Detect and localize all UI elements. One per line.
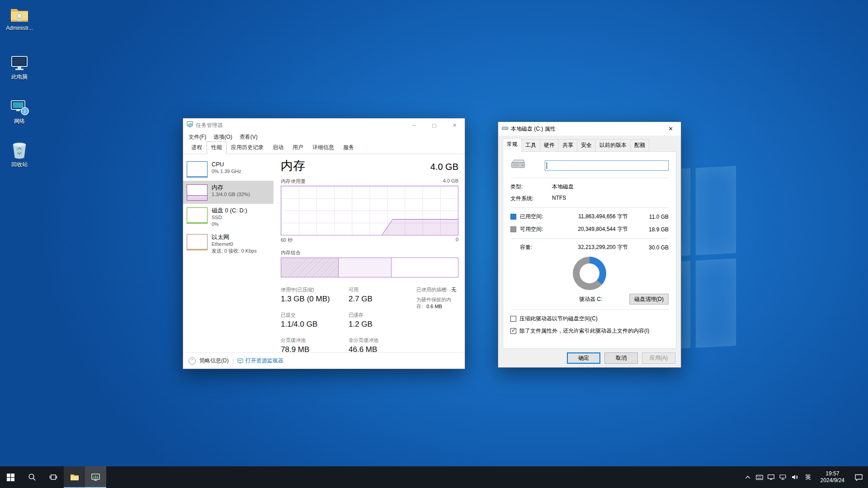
taskbar: 英 19:57 2024/9/24: [0, 466, 868, 488]
desktop-icon-label: 回收站: [11, 161, 28, 169]
task-manager-footer: ⌃ 简略信息(D) | 打开资源监视器: [183, 352, 465, 369]
divider: [510, 178, 669, 178]
composition-in-use-segment: [281, 258, 339, 277]
tab-security[interactable]: 安全: [577, 139, 596, 152]
general-tab-page: 类型: 本地磁盘 文件系统: NTFS 已用空间: 11,863,494,656…: [503, 151, 676, 349]
maximize-button[interactable]: ▢: [424, 118, 444, 132]
stat-cached: 已缓存 1.2 GB: [349, 312, 416, 329]
minimize-button[interactable]: ─: [404, 118, 424, 132]
display-status-button[interactable]: [765, 466, 777, 488]
tab-hardware[interactable]: 硬件: [540, 139, 559, 152]
task-view-button[interactable]: [42, 466, 64, 488]
dialog-close-button[interactable]: ✕: [660, 122, 681, 136]
volume-label-input[interactable]: [545, 160, 669, 171]
stat-paged-pool: 分页缓冲池 78.9 MB: [281, 337, 349, 354]
memory-hardware-stats: 已使用的插槽:无 为硬件保留的内存:0.6 MB: [416, 286, 458, 313]
sidebar-item-sub: 0%: [212, 221, 247, 227]
ethernet-icon: [779, 474, 786, 480]
index-checkbox[interactable]: [510, 328, 516, 334]
network-status-button[interactable]: [777, 466, 789, 488]
menu-file[interactable]: 文件(F): [185, 132, 210, 142]
clock-time: 19:57: [821, 470, 844, 477]
close-button[interactable]: ✕: [444, 118, 465, 132]
tm-tab-services[interactable]: 服务: [339, 141, 359, 154]
type-row: 类型: 本地磁盘: [510, 183, 669, 191]
task-manager-app-icon: [187, 121, 193, 129]
sidebar-item-memory[interactable]: 内存 1.3/4.0 GB (32%): [183, 181, 274, 204]
search-button[interactable]: [21, 466, 42, 488]
file-explorer-button[interactable]: [64, 466, 85, 488]
desktop-icon-recycle-bin[interactable]: 回收站: [2, 140, 37, 171]
tm-tab-app-history[interactable]: 应用历史记录: [226, 141, 268, 154]
drive-row: 驱动器 C: 磁盘清理(D): [510, 294, 669, 305]
touch-keyboard-icon: [756, 475, 763, 480]
drive-icon: [510, 158, 526, 173]
touch-keyboard-button[interactable]: [754, 466, 765, 488]
clock[interactable]: 19:57 2024/9/24: [816, 470, 849, 484]
tab-quota[interactable]: 配额: [630, 139, 649, 152]
capacity-row: 容量: 32,213,299,200 字节 30.0 GB: [510, 244, 669, 251]
composition-standby-segment: [339, 258, 392, 277]
tab-previous-versions[interactable]: 以前的版本: [595, 139, 631, 152]
sidebar-item-cpu[interactable]: CPU 0% 1.39 GHz: [183, 158, 274, 181]
performance-sidebar: CPU 0% 1.39 GHz 内存 1.3/4.0 GB (32%) 磁盘 0…: [183, 154, 274, 369]
tab-tools[interactable]: 工具: [521, 139, 540, 152]
action-center-button[interactable]: [849, 466, 868, 488]
memory-composition-bar: [281, 258, 458, 277]
close-icon: ✕: [453, 122, 457, 128]
stat-nonpaged-pool: 非分页缓冲池 46.6 MB: [349, 337, 416, 354]
menu-options[interactable]: 选项(O): [210, 132, 236, 142]
disk-usage-donut-chart: [573, 257, 606, 290]
maximize-icon: ▢: [432, 122, 436, 128]
tm-tab-details[interactable]: 详细信息: [308, 141, 339, 154]
apply-button[interactable]: 应用(A): [642, 352, 675, 364]
divider: [510, 238, 669, 239]
time-axis-end: 0: [456, 237, 458, 244]
stat-in-use: 使用中(已压缩) 1.3 GB (0 MB): [281, 286, 349, 304]
index-contents-option[interactable]: 除了文件属性外，还允许索引此驱动器上文件的内容(I): [510, 327, 669, 335]
dialog-titlebar[interactable]: 本地磁盘 (C:) 属性 ✕: [498, 122, 681, 136]
task-manager-menubar: 文件(F) 选项(O) 查看(V): [183, 132, 465, 142]
memory-detail-panel: 内存 4.0 GB 内存使用量 4.0 GB 60 秒 0 内存组合: [274, 154, 465, 369]
window-title: 任务管理器: [196, 122, 223, 129]
desktop-icon-network[interactable]: 网络: [2, 96, 37, 128]
disk-cleanup-button[interactable]: 磁盘清理(D): [629, 294, 669, 305]
compress-checkbox[interactable]: [510, 316, 516, 322]
text-caret: [547, 162, 547, 169]
compress-drive-option[interactable]: 压缩此驱动器以节约磁盘空间(C): [510, 315, 669, 323]
tm-tab-startup[interactable]: 启动: [268, 141, 288, 154]
free-space-swatch: [510, 226, 516, 232]
hidden-icons-button[interactable]: [742, 466, 754, 488]
start-button[interactable]: [0, 466, 21, 488]
checkbox-label: 除了文件属性外，还允许索引此驱动器上文件的内容(I): [519, 327, 649, 335]
sidebar-item-ethernet[interactable]: 以太网 Ethernet0 发送: 0 接收: 0 Kbps: [183, 230, 274, 257]
task-manager-titlebar[interactable]: 任务管理器 ─ ▢ ✕: [183, 118, 465, 132]
footer-divider: |: [232, 358, 234, 364]
resource-monitor-icon: [237, 358, 243, 364]
task-manager-window: 任务管理器 ─ ▢ ✕ 文件(F) 选项(O) 查看(V) 进程 性能 应用历史…: [183, 118, 465, 369]
desktop-icon-administrator[interactable]: Administr...: [2, 4, 37, 34]
desktop-icon-this-pc[interactable]: 此电脑: [2, 52, 37, 84]
divider: [510, 207, 669, 208]
task-manager-taskbar-button[interactable]: [85, 466, 106, 488]
tab-sharing[interactable]: 共享: [558, 139, 577, 152]
chevron-up-icon: [745, 475, 750, 479]
fewer-details-toggle[interactable]: 简略信息(D): [199, 357, 229, 365]
tm-tab-performance[interactable]: 性能: [207, 141, 226, 154]
dialog-title: 本地磁盘 (C:) 属性: [511, 125, 556, 133]
tm-tab-users[interactable]: 用户: [288, 141, 308, 154]
ime-language-indicator[interactable]: 英: [801, 473, 816, 481]
open-resource-monitor-link[interactable]: 打开资源监视器: [237, 357, 283, 365]
menu-view[interactable]: 查看(V): [236, 132, 261, 142]
sidebar-item-sub: SSD: [212, 215, 247, 221]
sidebar-item-disk[interactable]: 磁盘 0 (C: D:) SSD 0%: [183, 204, 274, 230]
sidebar-item-title: 磁盘 0 (C: D:): [212, 207, 247, 214]
chevron-up-icon: ⌃: [189, 357, 196, 365]
tm-tab-processes[interactable]: 进程: [187, 141, 207, 154]
cancel-button[interactable]: 取消: [604, 352, 638, 364]
volume-button[interactable]: [789, 466, 801, 488]
panel-title: 内存: [281, 158, 305, 174]
ok-button[interactable]: 确定: [567, 352, 600, 364]
tab-general[interactable]: 常规: [503, 138, 522, 152]
disk-mini-chart: [187, 207, 208, 224]
